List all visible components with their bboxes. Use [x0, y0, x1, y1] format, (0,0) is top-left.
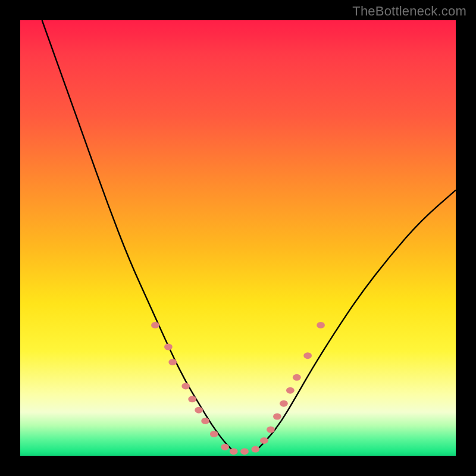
data-marker	[188, 396, 196, 402]
data-marker	[181, 383, 190, 389]
data-marker	[151, 322, 159, 328]
marker-group	[151, 322, 325, 455]
curve-left	[42, 20, 234, 452]
data-marker	[201, 418, 209, 424]
data-marker	[317, 322, 325, 328]
data-marker	[168, 359, 177, 365]
data-marker	[221, 444, 229, 450]
data-marker	[230, 448, 238, 455]
chart-frame: TheBottleneck.com	[0, 0, 476, 476]
data-marker	[240, 448, 249, 455]
data-marker	[164, 344, 173, 350]
watermark-text: TheBottleneck.com	[352, 4, 466, 19]
data-marker	[293, 374, 301, 381]
data-marker	[251, 446, 259, 453]
data-marker	[267, 427, 275, 433]
data-marker	[210, 431, 218, 437]
data-marker	[273, 414, 281, 420]
data-marker	[303, 352, 312, 359]
data-marker	[260, 437, 268, 444]
curve-right	[255, 190, 456, 451]
chart-svg	[20, 20, 456, 456]
data-marker	[195, 407, 203, 414]
data-marker	[286, 387, 295, 394]
data-marker	[280, 400, 288, 407]
chart-plot-area	[20, 20, 456, 456]
